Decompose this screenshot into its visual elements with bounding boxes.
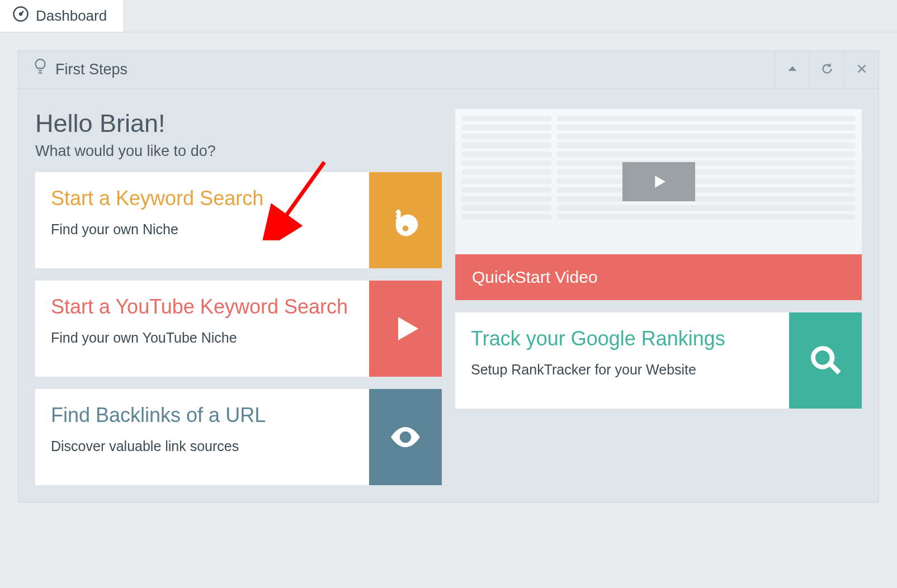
tile-text: Find Backlinks of a URL Discover valuabl… <box>35 389 369 485</box>
tab-bar: Dashboard <box>0 0 897 32</box>
tile-subtitle: Discover valuable link sources <box>51 438 353 454</box>
tile-text: Start a Keyword Search Find your own Nic… <box>35 172 369 268</box>
lightbulb-icon <box>33 58 48 81</box>
video-label: QuickStart Video <box>455 254 862 300</box>
play-button-overlay <box>622 162 695 201</box>
panel-header: First Steps <box>18 51 879 89</box>
tile-keyword-search[interactable]: Start a Keyword Search Find your own Nic… <box>35 172 442 268</box>
svg-point-6 <box>403 434 408 440</box>
panel-body: Hello Brian! What would you like to do? … <box>18 89 879 502</box>
key-icon <box>369 172 442 268</box>
greeting-subtitle: What would you like to do? <box>35 143 442 160</box>
gauge-icon <box>12 6 29 26</box>
left-column: Hello Brian! What would you like to do? … <box>35 109 442 485</box>
tile-text: Start a YouTube Keyword Search Find your… <box>35 281 369 377</box>
tile-subtitle: Find your own YouTube Niche <box>51 330 353 346</box>
greeting: Hello Brian! What would you like to do? <box>35 109 442 160</box>
video-thumbnail <box>455 109 862 254</box>
tile-text: Track your Google Rankings Setup RankTra… <box>455 312 789 409</box>
svg-point-1 <box>20 13 22 15</box>
tile-ranktracker[interactable]: Track your Google Rankings Setup RankTra… <box>455 312 862 409</box>
refresh-icon <box>821 63 833 77</box>
greeting-title: Hello Brian! <box>35 109 442 138</box>
collapse-button[interactable] <box>775 51 809 89</box>
panel-title: First Steps <box>55 61 128 78</box>
refresh-button[interactable] <box>809 51 844 89</box>
tile-title: Start a YouTube Keyword Search <box>51 295 353 319</box>
tile-title: Start a Keyword Search <box>51 187 353 210</box>
panel-actions <box>775 51 879 89</box>
tile-subtitle: Find your own Niche <box>51 221 353 238</box>
tab-label: Dashboard <box>36 7 107 25</box>
tile-subtitle: Setup RankTracker for your Website <box>471 362 773 378</box>
panel-title-wrap: First Steps <box>33 58 775 81</box>
play-icon <box>369 281 442 377</box>
close-icon <box>856 63 868 77</box>
magnifier-icon <box>789 312 862 409</box>
right-column: QuickStart Video Track your Google Ranki… <box>455 109 862 485</box>
quickstart-video-card[interactable]: QuickStart Video <box>455 109 862 300</box>
triangle-up-icon <box>786 63 799 77</box>
tile-backlinks[interactable]: Find Backlinks of a URL Discover valuabl… <box>35 389 442 485</box>
tab-dashboard[interactable]: Dashboard <box>0 0 124 32</box>
tile-title: Find Backlinks of a URL <box>51 404 353 427</box>
first-steps-panel: First Steps <box>18 50 879 502</box>
tile-youtube-keyword[interactable]: Start a YouTube Keyword Search Find your… <box>35 281 442 377</box>
close-button[interactable] <box>844 51 879 89</box>
tile-title: Track your Google Rankings <box>471 327 773 350</box>
eye-icon <box>369 389 442 485</box>
